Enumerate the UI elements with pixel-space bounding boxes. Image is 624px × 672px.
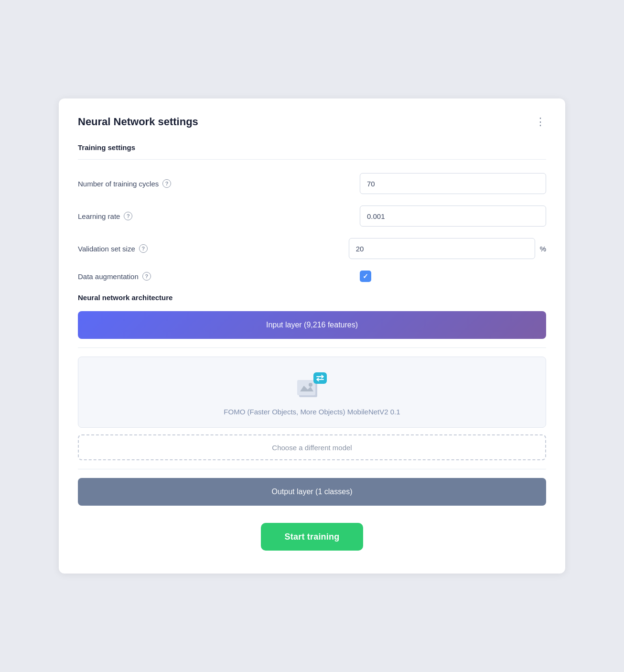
data-augmentation-checkbox-wrapper: ✓ (360, 271, 546, 282)
validation-set-size-group: Validation set size ? % (78, 238, 546, 259)
validation-set-size-suffix: % (540, 245, 546, 253)
architecture-section-title: Neural network architecture (78, 293, 546, 302)
neural-network-settings-card: Neural Network settings ⋮ Training setti… (59, 98, 565, 574)
training-settings-title: Training settings (78, 143, 546, 152)
training-cycles-group: Number of training cycles ? (78, 173, 546, 194)
validation-set-size-input-wrapper: % (349, 238, 546, 259)
choose-model-button[interactable]: Choose a different model (78, 434, 546, 460)
arch-divider-top (78, 347, 546, 348)
data-augmentation-checkbox[interactable]: ✓ (360, 271, 371, 282)
learning-rate-help-icon[interactable]: ? (124, 212, 132, 220)
output-layer-button[interactable]: Output layer (1 classes) (78, 478, 546, 506)
page-title: Neural Network settings (78, 116, 198, 128)
architecture-section: Neural network architecture Input layer … (78, 293, 546, 506)
model-icon (297, 372, 327, 399)
checkbox-check-icon: ✓ (363, 272, 368, 280)
validation-set-size-help-icon[interactable]: ? (139, 244, 148, 253)
learning-rate-input[interactable] (360, 206, 546, 227)
model-card: FOMO (Faster Objects, More Objects) Mobi… (78, 357, 546, 428)
input-layer-button[interactable]: Input layer (9,216 features) (78, 311, 546, 339)
data-augmentation-help-icon[interactable]: ? (142, 272, 151, 281)
start-training-button[interactable]: Start training (261, 523, 363, 551)
learning-rate-label: Learning rate ? (78, 212, 132, 220)
data-augmentation-label: Data augmentation ? (78, 272, 151, 281)
data-augmentation-group: Data augmentation ? ✓ (78, 271, 546, 282)
training-cycles-label: Number of training cycles ? (78, 179, 171, 188)
training-cycles-input[interactable] (360, 173, 546, 194)
section-divider (78, 159, 546, 160)
svg-rect-1 (297, 380, 315, 395)
model-transfer-badge (313, 372, 327, 384)
validation-set-size-input[interactable] (349, 238, 535, 259)
more-options-icon[interactable]: ⋮ (535, 117, 546, 127)
learning-rate-group: Learning rate ? (78, 206, 546, 227)
model-name-label: FOMO (Faster Objects, More Objects) Mobi… (224, 408, 400, 416)
validation-set-size-label: Validation set size ? (78, 244, 148, 253)
card-header: Neural Network settings ⋮ (78, 116, 546, 128)
svg-point-2 (309, 383, 312, 387)
arch-divider-bottom (78, 469, 546, 469)
training-cycles-help-icon[interactable]: ? (162, 179, 171, 188)
